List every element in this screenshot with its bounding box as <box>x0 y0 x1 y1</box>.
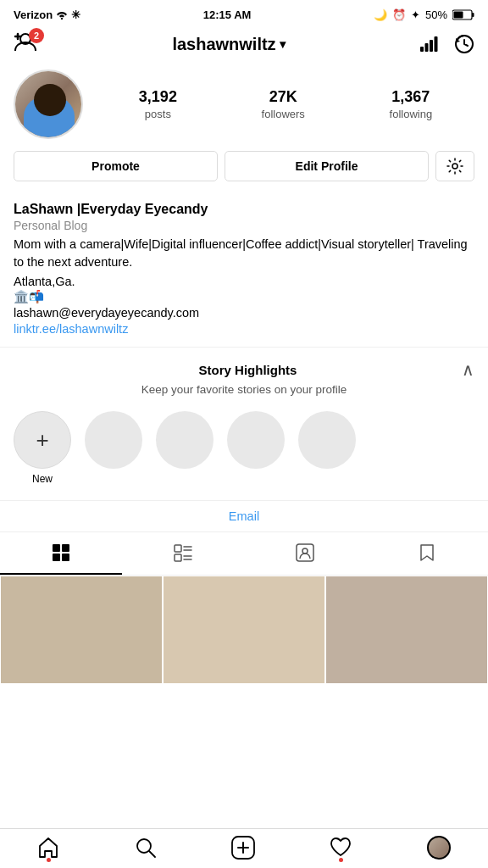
tagged-icon <box>295 542 315 563</box>
highlight-circle-1[interactable] <box>85 411 142 469</box>
highlight-3[interactable] <box>227 411 285 485</box>
username-header[interactable]: lashawnwiltz ▾ <box>172 35 285 54</box>
bio-location: Atlanta,Ga. <box>14 275 474 288</box>
list-icon <box>173 542 193 563</box>
svg-rect-24 <box>297 544 313 561</box>
home-icon <box>37 837 59 859</box>
profile-section: 3,192 posts 27K followers 1,367 followin… <box>0 63 488 202</box>
nav-profile-avatar <box>427 836 451 860</box>
following-label: following <box>390 108 433 120</box>
email-section: Email <box>0 500 488 532</box>
highlight-new[interactable]: + New <box>14 411 71 485</box>
stat-followers[interactable]: 27K followers <box>262 88 305 121</box>
stat-posts: 3,192 posts <box>139 88 177 121</box>
add-nav-icon <box>231 836 255 860</box>
svg-rect-18 <box>175 545 181 552</box>
promote-button[interactable]: Promote <box>14 151 218 181</box>
highlight-new-label: New <box>32 473 53 485</box>
chevron-down-icon: ▾ <box>280 37 286 51</box>
status-right: 🌙 ⏰ ✦ 50% <box>374 8 474 21</box>
wifi-icon <box>56 9 68 19</box>
history-icon[interactable] <box>454 34 474 54</box>
bio-section: LaShawn |Everyday Eyecandy Personal Blog… <box>0 202 488 347</box>
highlight-2[interactable] <box>156 411 214 485</box>
tab-saved[interactable] <box>366 532 488 575</box>
bottom-nav <box>0 828 488 868</box>
carrier-label: Verizon <box>14 8 53 21</box>
bio-name: LaShawn |Everyday Eyecandy <box>14 202 474 217</box>
status-left: Verizon ✳ <box>14 8 80 21</box>
tab-tagged[interactable] <box>244 532 366 575</box>
nav-heart[interactable] <box>330 837 352 859</box>
avatar[interactable] <box>14 70 83 139</box>
profile-top: 3,192 posts 27K followers 1,367 followin… <box>14 70 474 139</box>
highlights-collapse-icon[interactable]: ∧ <box>462 359 474 380</box>
highlight-circle-4[interactable] <box>298 411 356 469</box>
heart-icon <box>330 837 352 859</box>
highlights-header: Story Highlights ∧ <box>14 359 474 380</box>
svg-line-27 <box>149 851 155 857</box>
svg-rect-16 <box>53 554 60 561</box>
svg-rect-8 <box>425 43 429 52</box>
tab-list[interactable] <box>122 532 244 575</box>
username-text: lashawnwiltz <box>172 35 275 54</box>
header-left[interactable]: 2 <box>14 32 37 56</box>
highlight-circle-2[interactable] <box>156 411 214 469</box>
alarm-icon: ⏰ <box>392 8 406 21</box>
battery-label: 50% <box>425 8 447 21</box>
followers-label: followers <box>262 108 305 120</box>
nav-profile[interactable] <box>427 836 451 860</box>
highlight-1[interactable] <box>85 411 142 485</box>
nav-search[interactable] <box>135 837 157 859</box>
bluetooth-icon: ✦ <box>411 8 420 21</box>
highlight-4[interactable] <box>298 411 356 485</box>
svg-point-25 <box>302 548 308 554</box>
bio-email: lashawn@everydayeyecandy.com <box>14 306 474 320</box>
followers-count: 27K <box>262 88 305 106</box>
highlights-subtitle: Keep your favorite stories on your profi… <box>14 383 474 396</box>
svg-rect-9 <box>430 40 433 52</box>
content-tab-bar <box>0 532 488 576</box>
email-button[interactable]: Email <box>229 509 259 523</box>
highlights-title: Story Highlights <box>34 363 462 377</box>
stat-following[interactable]: 1,367 following <box>390 88 433 121</box>
signal-icon[interactable] <box>420 36 439 52</box>
svg-rect-14 <box>53 544 60 552</box>
nav-add[interactable] <box>231 836 255 860</box>
edit-profile-button[interactable]: Edit Profile <box>225 151 429 181</box>
svg-point-0 <box>61 18 63 19</box>
grid-cell-2[interactable] <box>163 576 325 684</box>
grid-cell-3[interactable] <box>325 576 488 684</box>
svg-rect-21 <box>175 554 181 561</box>
photo-grid <box>0 576 488 684</box>
svg-rect-3 <box>453 11 463 18</box>
gear-icon <box>446 158 463 175</box>
search-nav-icon <box>135 837 157 859</box>
bio-text: Mom with a camera|Wife|Digital influence… <box>14 236 474 271</box>
highlight-circle-3[interactable] <box>227 411 285 469</box>
grid-cell-1[interactable] <box>0 576 163 684</box>
header-nav: 2 lashawnwiltz ▾ <box>0 29 488 63</box>
posts-count: 3,192 <box>139 88 177 106</box>
svg-rect-7 <box>420 47 424 52</box>
avatar-image <box>15 71 81 137</box>
highlight-new-circle[interactable]: + <box>14 411 71 469</box>
bio-category: Personal Blog <box>14 219 474 232</box>
nav-home[interactable] <box>37 837 59 859</box>
action-buttons: Promote Edit Profile <box>14 151 474 181</box>
stats-container: 3,192 posts 27K followers 1,367 followin… <box>97 88 474 121</box>
home-dot <box>47 858 51 862</box>
svg-rect-2 <box>472 13 474 17</box>
header-right <box>420 34 474 54</box>
svg-rect-10 <box>435 36 438 52</box>
settings-button[interactable] <box>435 151 474 181</box>
tab-grid[interactable] <box>0 532 122 575</box>
status-bar: Verizon ✳ 12:15 AM 🌙 ⏰ ✦ 50% <box>0 0 488 29</box>
highlights-section: Story Highlights ∧ Keep your favorite st… <box>0 348 488 500</box>
moon-icon: 🌙 <box>374 8 387 21</box>
heart-dot <box>339 858 343 862</box>
notification-badge: 2 <box>29 28 44 43</box>
following-count: 1,367 <box>390 88 433 106</box>
bio-link[interactable]: linktr.ee/lashawnwiltz <box>14 322 128 336</box>
time-display: 12:15 AM <box>203 8 252 21</box>
